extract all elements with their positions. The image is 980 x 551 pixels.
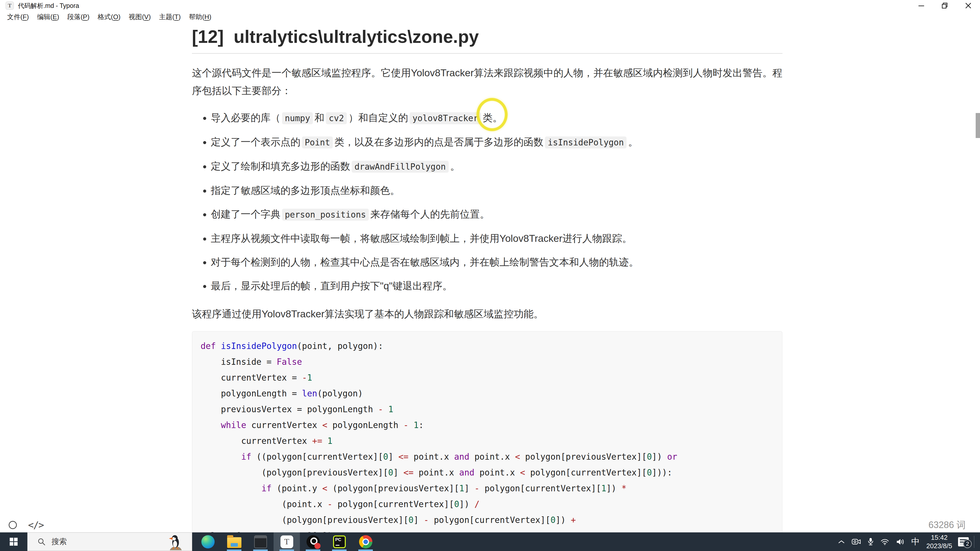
list-item: 定义了一个表示点的Point类，以及在多边形内的点是否属于多边形的函数isIns… — [211, 133, 783, 151]
restore-button[interactable] — [933, 0, 956, 11]
intro-paragraph: 这个源代码文件是一个敏感区域监控程序。它使用Yolov8Tracker算法来跟踪… — [192, 64, 783, 100]
code-line: currentVertex += 1 — [200, 433, 774, 449]
list-item: 定义了绘制和填充多边形的函数drawAndFillPolygon。 — [211, 157, 783, 176]
action-center-button[interactable]: 2 — [958, 537, 969, 546]
taskbar-icon-edge[interactable] — [195, 532, 221, 551]
menu-item-o[interactable]: 格式(O) — [94, 13, 125, 21]
network-tray-icon[interactable] — [877, 538, 893, 545]
window-controls — [910, 0, 980, 11]
search-icon — [37, 537, 46, 546]
search-input[interactable]: 搜索 — [27, 532, 192, 551]
highlight-ring — [476, 98, 508, 131]
microphone-tray-icon[interactable] — [864, 538, 877, 546]
puffin-image — [165, 533, 184, 551]
code-line: def isInsidePolygon(point, polygon): — [200, 338, 774, 354]
terminal-icon — [254, 535, 267, 548]
page-title: [12] ultralytics\ultralytics\zone.py — [192, 27, 783, 54]
minimize-icon — [918, 2, 924, 9]
menu-item-f[interactable]: 文件(F) — [3, 13, 33, 21]
code-block[interactable]: def isInsidePolygon(point, polygon): isI… — [192, 331, 783, 532]
menubar-items: 文件(F)编辑(E)段落(P)格式(O)视图(V)主题(T)帮助(H) — [3, 13, 215, 21]
inline-code: yolov8Tracker — [410, 112, 481, 124]
taskbar-icon-obs[interactable] — [300, 532, 326, 551]
inline-code: Point — [302, 137, 333, 148]
close-button[interactable] — [956, 0, 980, 11]
inline-code: numpy — [282, 112, 313, 124]
menubar: 文件(F)编辑(E)段落(P)格式(O)视图(V)主题(T)帮助(H) — [0, 11, 980, 22]
code-line: if ((polygon[currentVertex][0] <= point.… — [200, 449, 774, 465]
ime-indicator[interactable]: 中 — [908, 536, 923, 548]
chevron-up-icon — [838, 540, 845, 544]
taskbar-icon-pycharm[interactable]: PC — [326, 532, 352, 551]
system-tray: 中 15:42 2023/8/5 2 — [835, 532, 980, 551]
code-line: (polygon[previousVertex][0] <= point.x a… — [200, 465, 774, 481]
camera-tray-icon[interactable] — [848, 538, 864, 545]
window-title: 代码解析.md - Typora — [18, 2, 79, 10]
menu-item-e[interactable]: 编辑(E) — [33, 13, 63, 21]
taskbar-icon-typora[interactable]: T — [274, 532, 300, 551]
clock[interactable]: 15:42 2023/8/5 — [923, 534, 956, 550]
code-line: currentVertex = -1 — [200, 370, 774, 386]
notification-badge: 2 — [963, 540, 972, 548]
code-line: previousVertex = polygonLength - 1 — [200, 402, 774, 417]
menu-item-t[interactable]: 主题(T) — [155, 13, 185, 21]
clock-date: 2023/8/5 — [926, 542, 952, 550]
scrollbar-thumb[interactable] — [976, 113, 980, 138]
close-icon — [965, 2, 972, 9]
list-item: 主程序从视频文件中读取每一帧，将敏感区域绘制到帧上，并使用Yolov8Track… — [211, 230, 783, 248]
code-lines: def isInsidePolygon(point, polygon): isI… — [200, 338, 774, 532]
volume-icon — [896, 538, 905, 545]
volume-tray-icon[interactable] — [893, 538, 908, 545]
microphone-icon — [867, 538, 873, 546]
typora-app-icon: T — [6, 2, 14, 10]
search-placeholder: 搜索 — [52, 537, 67, 547]
list-item: 指定了敏感区域的多边形顶点坐标和颜色。 — [211, 182, 783, 200]
taskbar-apps: TPC — [195, 532, 379, 551]
outro-paragraph: 该程序通过使用Yolov8Tracker算法实现了基本的人物跟踪和敏感区域监控功… — [192, 305, 783, 323]
menu-item-p[interactable]: 段落(P) — [63, 13, 94, 21]
taskbar-icon-chrome[interactable] — [352, 532, 379, 551]
chrome-icon — [359, 535, 372, 548]
menu-item-h[interactable]: 帮助(H) — [185, 13, 215, 21]
inline-code: drawAndFillPolygon — [352, 161, 449, 173]
code-line: while currentVertex < polygonLength - 1: — [200, 417, 774, 433]
show-desktop-divider — [974, 536, 974, 548]
wifi-icon — [880, 538, 889, 545]
hidden-icons-button[interactable] — [835, 540, 848, 544]
list-item: 创建了一个字典person_positions来存储每个人的先前位置。 — [211, 205, 783, 224]
obs-icon — [307, 535, 320, 548]
code-line: (point.x - polygon[currentVertex][0]) / — [200, 496, 774, 512]
camera-icon — [852, 538, 861, 545]
minimize-button[interactable] — [910, 0, 933, 11]
inline-code: person_positions — [282, 209, 369, 221]
menu-item-v[interactable]: 视图(V) — [124, 13, 155, 21]
taskbar-icon-file-explorer[interactable] — [221, 532, 247, 551]
list-item: 最后，显示处理后的帧，直到用户按下"q"键退出程序。 — [211, 277, 783, 295]
clock-time: 15:42 — [931, 534, 948, 542]
code-line: if (point.y < (polygon[previousVertex][1… — [200, 481, 774, 496]
start-icon — [10, 538, 18, 546]
start-button[interactable] — [0, 532, 27, 551]
pycharm-icon: PC — [333, 535, 346, 548]
list-item: 对于每个检测到的人物，检查其中心点是否在敏感区域内，并在帧上绘制警告文本和人物的… — [211, 253, 783, 271]
inline-code: cv2 — [326, 112, 347, 124]
code-line: polygonLength = len(polygon) — [200, 386, 774, 402]
code-line: (polygon[previousVertex][0] - polygon[cu… — [200, 512, 774, 528]
inline-code: isInsidePolygon — [545, 137, 627, 148]
taskbar: 搜索 TPC — [0, 532, 980, 551]
typora-icon: T — [280, 535, 293, 548]
file-explorer-icon — [227, 537, 242, 548]
bullet-list: 导入必要的库（numpy和cv2）和自定义的yolov8Tracker类。定义了… — [192, 109, 783, 295]
code-line: polygon[currentVertex][1]): — [200, 528, 774, 532]
titlebar: T 代码解析.md - Typora — [0, 0, 980, 11]
edge-icon — [201, 535, 215, 548]
restore-icon — [941, 2, 948, 9]
code-line: isInside = False — [200, 354, 774, 370]
taskbar-icon-terminal[interactable] — [247, 532, 274, 551]
